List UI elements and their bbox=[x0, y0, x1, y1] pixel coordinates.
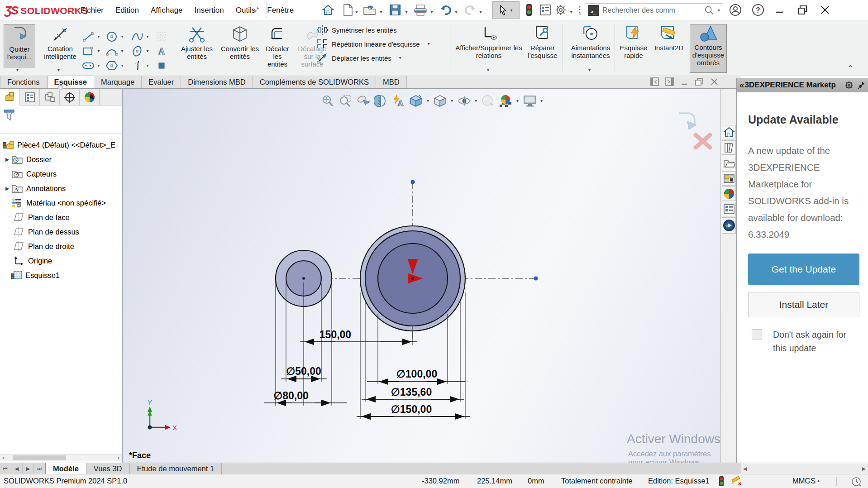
taskpane-3dexperience-icon[interactable]: 3D bbox=[722, 217, 736, 234]
dim-d80[interactable]: ∅80,00 bbox=[273, 390, 309, 402]
offset-entities-button[interactable]: Décaler les entités bbox=[262, 24, 292, 68]
tab-marquage[interactable]: Marquage bbox=[94, 76, 142, 88]
circle-center-point[interactable] bbox=[302, 277, 305, 280]
construction-geometry-tool[interactable] bbox=[155, 59, 168, 72]
ellipse-tool[interactable] bbox=[130, 45, 144, 57]
display-relations-dropdown[interactable]: ▾ bbox=[487, 67, 489, 72]
minimize-button[interactable] bbox=[772, 3, 787, 17]
tab-scroll-first[interactable]: ⏮ bbox=[0, 463, 11, 474]
taskpane-resources-icon[interactable] bbox=[722, 140, 736, 155]
search-icon[interactable] bbox=[704, 5, 714, 15]
save-dropdown[interactable]: ▾ bbox=[404, 7, 409, 15]
tab-mbd[interactable]: MBD bbox=[376, 76, 407, 88]
move-entities-button[interactable]: Déplacer les entités ▾ bbox=[317, 52, 430, 64]
tab-scroll-last[interactable]: ⏭ bbox=[34, 463, 45, 474]
tree-item-esquisse1[interactable]: Esquisse1 bbox=[0, 268, 122, 282]
taskpane-home-icon[interactable] bbox=[722, 125, 736, 139]
status-traffic-light-icon[interactable] bbox=[719, 476, 724, 487]
text-tool[interactable]: A bbox=[155, 45, 168, 57]
pin-menu-icon[interactable] bbox=[248, 3, 263, 17]
smart-dimension-dropdown[interactable]: ▾ bbox=[57, 67, 60, 72]
featuremanager-tree-tab[interactable] bbox=[0, 89, 20, 105]
strip-scroll-left[interactable]: ◀ bbox=[743, 466, 747, 472]
dimxpert-manager-tab[interactable] bbox=[60, 89, 80, 105]
display-delete-relations-button[interactable]: Afficher/Supprimer les relations bbox=[454, 24, 523, 59]
dim-d100[interactable]: ∅100,00 bbox=[396, 368, 437, 380]
tab-fonctions[interactable]: Fonctions bbox=[0, 76, 47, 88]
doc-restore-icon[interactable] bbox=[695, 77, 704, 86]
tab-complements[interactable]: Compléments de SOLIDWORKS bbox=[253, 76, 376, 88]
tree-item-annotations[interactable]: ▶ A Annotations bbox=[0, 181, 122, 196]
move-entities-dropdown[interactable]: ▾ bbox=[399, 56, 401, 60]
point-tool-dropdown[interactable]: ▾ bbox=[144, 63, 151, 68]
tree-item-plan-de-droite[interactable]: Plan de droite bbox=[0, 239, 122, 254]
select-tool-button[interactable]: ▾ bbox=[492, 1, 520, 19]
tab-dimensions-mbd[interactable]: Dimensions MBD bbox=[181, 76, 253, 88]
scroll-right-arrow[interactable]: ▸ bbox=[116, 455, 122, 460]
expand-arrow-icon[interactable]: ▶ bbox=[5, 186, 12, 191]
panel-gear-icon[interactable] bbox=[844, 80, 854, 91]
doc-minimize-icon[interactable] bbox=[680, 77, 688, 86]
tree-item-plan-de-dessus[interactable]: Plan de dessus bbox=[0, 225, 122, 239]
rectangle-tool[interactable] bbox=[81, 45, 95, 57]
graphics-viewport[interactable]: A ▾ ▾ ▾ ▾ ▾ bbox=[123, 89, 720, 463]
instant-snaps-dropdown[interactable]: ▾ bbox=[588, 67, 591, 72]
save-button[interactable] bbox=[387, 3, 403, 17]
instant2d-button[interactable]: Instant2D bbox=[651, 24, 687, 52]
rapid-sketch-button[interactable]: Esquisse rapide bbox=[616, 24, 651, 59]
centerline-endpoint[interactable] bbox=[534, 277, 538, 281]
arc-tool-dropdown[interactable]: ▾ bbox=[119, 49, 126, 53]
new-document-button[interactable] bbox=[340, 3, 356, 17]
panel-splitter-handle[interactable] bbox=[58, 85, 63, 90]
menu-edition[interactable]: Edition bbox=[115, 6, 139, 15]
open-button[interactable] bbox=[362, 3, 377, 17]
filter-icon[interactable] bbox=[3, 108, 15, 122]
slot-tool-dropdown[interactable]: ▾ bbox=[95, 63, 102, 68]
tree-item-plan-de-face[interactable]: Plan de face bbox=[0, 210, 122, 225]
scrollbar-thumb[interactable] bbox=[13, 455, 66, 460]
dont-ask-checkbox[interactable] bbox=[752, 329, 762, 340]
exit-sketch-dropdown[interactable]: ▾ bbox=[16, 67, 19, 72]
polygon-tool-dropdown[interactable]: ▾ bbox=[119, 63, 126, 68]
options-list-icon[interactable] bbox=[538, 3, 553, 17]
scroll-left-arrow[interactable]: ◂ bbox=[0, 455, 6, 460]
display-manager-tab[interactable] bbox=[80, 89, 100, 105]
taskpane-appearances-icon[interactable] bbox=[722, 187, 736, 201]
linear-pattern-button[interactable]: Répétition linéaire d'esquisse ▾ bbox=[317, 38, 430, 50]
menu-fenetre[interactable]: Fenêtre bbox=[267, 6, 294, 15]
status-warning-pencil-icon[interactable] bbox=[730, 476, 742, 486]
collapse-panel-icon[interactable]: « bbox=[739, 80, 743, 90]
tree-item-dossier[interactable]: ▶ Dossier bbox=[0, 152, 122, 167]
undo-dropdown[interactable]: ▾ bbox=[453, 7, 459, 15]
linear-pattern-dropdown[interactable]: ▾ bbox=[428, 42, 430, 46]
home-button[interactable] bbox=[320, 3, 336, 17]
tree-item-origine[interactable]: Origine bbox=[0, 254, 122, 268]
smart-dimension-button[interactable]: Cotation intelligente bbox=[39, 24, 81, 60]
dimension-lines[interactable] bbox=[264, 342, 470, 416]
menu-affichage[interactable]: Affichage bbox=[151, 6, 183, 15]
tab-vues-3d[interactable]: Vues 3D bbox=[86, 463, 130, 474]
dim-d150[interactable]: ∅150,00 bbox=[391, 403, 432, 415]
dim-d135[interactable]: ∅135,60 bbox=[391, 386, 432, 398]
circle-center-point[interactable] bbox=[411, 277, 414, 280]
tree-item-materiau[interactable]: Matériau <non spécifié> bbox=[0, 196, 122, 210]
dim-d50[interactable]: ∅50,00 bbox=[286, 365, 321, 377]
open-dropdown[interactable]: ▾ bbox=[378, 7, 384, 15]
line-tool[interactable] bbox=[81, 30, 95, 43]
pane-right-icon[interactable] bbox=[665, 77, 674, 86]
panel-pin-icon[interactable] bbox=[856, 81, 865, 90]
sketch-canvas[interactable]: 150,00 ∅50,00 ∅80,00 ∅100,00 ∅135,60 ∅15… bbox=[123, 89, 720, 463]
arc-tool[interactable]: × bbox=[105, 45, 119, 57]
menu-fichier[interactable]: Fichier bbox=[81, 6, 104, 15]
circle-tool-dropdown[interactable]: ▾ bbox=[119, 34, 126, 39]
get-update-button[interactable]: Get the Update bbox=[748, 254, 859, 285]
tab-evaluer[interactable]: Evaluer bbox=[142, 76, 181, 88]
redo-dropdown[interactable]: ▾ bbox=[478, 7, 483, 15]
point-tool[interactable]: × bbox=[130, 59, 144, 72]
taskpane-explorer-icon[interactable] bbox=[722, 171, 736, 186]
shaded-sketch-contours-button[interactable]: Contours d'esquisse ombrés bbox=[690, 24, 727, 73]
status-clock-icon[interactable] bbox=[851, 476, 862, 487]
tab-scroll-next[interactable]: ▶ bbox=[23, 463, 34, 474]
strip-scroll-right[interactable]: ▶ bbox=[862, 466, 866, 472]
select-tool-dropdown[interactable]: ▾ bbox=[510, 8, 512, 13]
